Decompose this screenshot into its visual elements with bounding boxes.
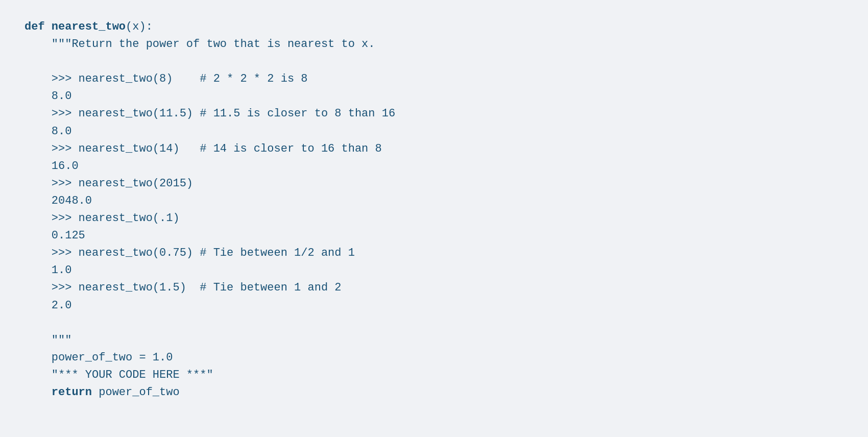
docstring-example7: >>> nearest_two(1.5) # Tie between 1 and… — [25, 281, 342, 294]
code-block: def nearest_two(x): """Return the power … — [25, 18, 843, 401]
docstring-example4: >>> nearest_two(2015) — [25, 177, 193, 190]
docstring-example5: >>> nearest_two(.1) — [25, 212, 180, 225]
docstring-example2: >>> nearest_two(11.5) # 11.5 is closer t… — [25, 107, 395, 120]
code-placeholder-string: "*** YOUR CODE HERE ***" — [25, 369, 213, 381]
code-container: def nearest_two(x): """Return the power … — [0, 0, 868, 437]
docstring-close: """ — [25, 334, 71, 347]
docstring-example6: >>> nearest_two(0.75) # Tie between 1/2 … — [25, 247, 355, 259]
docstring-output7: 2.0 — [25, 299, 71, 312]
docstring-output4: 2048.0 — [25, 195, 92, 207]
function-name: nearest_two — [52, 20, 126, 33]
docstring-output3: 16.0 — [25, 160, 79, 173]
docstring-example3: >>> nearest_two(14) # 14 is closer to 16… — [25, 142, 382, 155]
docstring-output6: 1.0 — [25, 264, 71, 277]
docstring-example1: >>> nearest_two(8) # 2 * 2 * 2 is 8 — [25, 72, 308, 85]
docstring-output2: 8.0 — [25, 125, 71, 138]
docstring-open: """Return the power of two that is neare… — [25, 38, 375, 51]
docstring-output1: 8.0 — [25, 90, 71, 103]
code-power-of-two: power_of_two = 1.0 — [25, 351, 173, 364]
keyword-def: def — [25, 20, 52, 33]
keyword-return: return — [52, 386, 92, 399]
function-params: (x): — [126, 20, 153, 33]
docstring-output5: 0.125 — [25, 229, 85, 242]
code-return: return power_of_two — [25, 386, 180, 399]
